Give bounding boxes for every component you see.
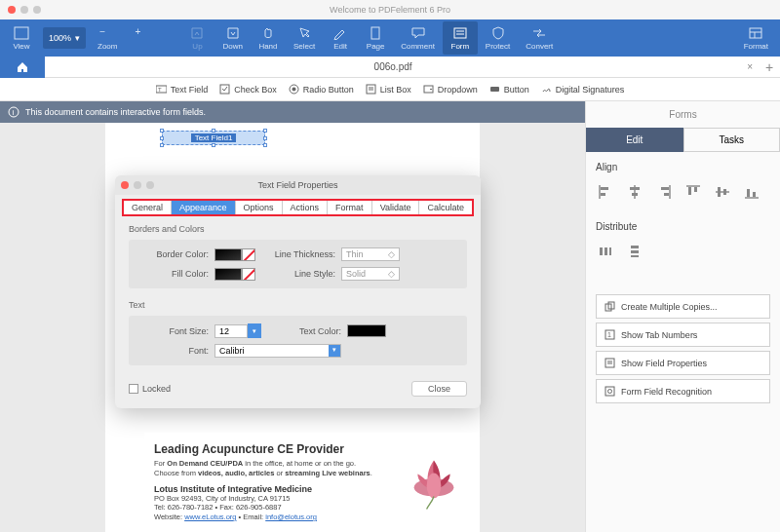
align-section: Align [586,152,780,176]
button-tool[interactable]: Button [489,84,529,95]
align-bottom-icon[interactable] [742,182,761,202]
check-box-tool[interactable]: Check Box [219,84,277,95]
window-close-icon[interactable] [8,6,16,14]
svg-rect-0 [15,27,28,39]
line-style-select[interactable]: Solid◇ [341,267,400,281]
text-field-tool[interactable]: TText Field [156,84,209,95]
svg-text:1: 1 [607,331,611,338]
svg-rect-41 [604,247,607,255]
show-tab-numbers-button[interactable]: 1Show Tab Numbers [596,323,770,347]
tab-calculate[interactable]: Calculate [419,201,472,214]
zoom-out-button[interactable]: −Zoom [90,21,125,55]
svg-rect-35 [718,187,721,197]
line-thickness-select[interactable]: Thin◇ [341,247,400,261]
view-button[interactable]: View [4,21,39,55]
svg-rect-2 [454,28,466,38]
panel-tab-tasks[interactable]: Tasks [683,128,781,152]
tab-validate[interactable]: Validate [372,201,420,214]
convert-button[interactable]: Convert [518,21,561,55]
dialog-close-icon[interactable] [121,181,129,189]
svg-text:i: i [13,108,15,117]
font-select[interactable]: Calibri▾ [214,344,341,358]
locked-label: Locked [142,384,171,394]
font-label: Font: [138,346,214,356]
svg-rect-44 [631,250,639,253]
font-size-input[interactable]: 12 [214,324,248,338]
font-size-stepper[interactable]: ▾ [248,323,261,338]
home-tab[interactable] [0,57,45,78]
svg-rect-53 [605,387,614,396]
edit-button[interactable]: Edit [323,21,358,55]
page-button[interactable]: Page [358,21,393,55]
create-copies-button[interactable]: Create Multiple Copies... [596,294,770,319]
tab-bar: 006o.pdf × + [0,57,780,78]
svg-point-12 [292,88,295,92]
panel-tab-edit[interactable]: Edit [586,128,683,152]
tab-appearance[interactable]: Appearance [172,201,236,214]
align-top-icon[interactable] [683,182,703,202]
properties-dialog: Text Field Properties General Appearance… [115,175,481,408]
title-bar: Welcome to PDFelement 6 Pro [0,0,780,19]
dialog-min-icon [134,181,141,189]
window-zoom-icon[interactable] [33,6,41,14]
text-field-selected[interactable]: Text Field1 [162,131,265,145]
align-left-icon[interactable] [596,182,615,202]
select-button[interactable]: Select [286,21,323,55]
svg-rect-5 [750,28,761,38]
dialog-max-icon [146,181,154,189]
no-fill-color[interactable] [242,268,255,281]
section-borders: Borders and Colors [129,224,467,234]
protect-button[interactable]: Protect [478,21,518,55]
align-right-icon[interactable] [654,182,674,202]
close-button[interactable]: Close [411,381,467,397]
tab-format[interactable]: Format [328,201,372,214]
text-color-label: Text Color: [271,326,347,336]
distribute-v-icon[interactable] [625,242,644,261]
svg-text:T: T [158,87,162,93]
tab-general[interactable]: General [124,201,172,214]
window-minimize-icon[interactable] [20,6,28,14]
zoom-in-button[interactable]: + [125,21,160,55]
new-tab-button[interactable]: + [759,59,780,75]
distribute-h-icon[interactable] [596,242,615,261]
main-toolbar: View 100%▾ −Zoom + Up Down Hand Select E… [0,19,780,57]
website-link[interactable]: www.eLotus.org [184,513,236,521]
svg-rect-29 [661,187,669,190]
card-heading: Leading Acupuncture CE Provider [154,442,398,456]
svg-rect-32 [688,187,691,195]
list-box-tool[interactable]: List Box [366,84,411,95]
close-tab-icon[interactable]: × [741,61,759,72]
svg-rect-33 [694,187,697,192]
svg-rect-17 [490,87,499,92]
section-text: Text [129,300,467,310]
align-center-h-icon[interactable] [625,182,644,202]
text-color-swatch[interactable] [347,324,386,337]
dropdown-tool[interactable]: Dropdown [423,84,478,95]
panel-title: Forms [586,101,780,128]
email-link[interactable]: info@elotus.org [265,513,317,521]
locked-checkbox[interactable] [129,384,138,394]
border-color-swatch[interactable] [214,248,242,261]
tab-options[interactable]: Options [236,201,283,214]
zoom-control[interactable]: 100%▾ [43,27,86,49]
up-button[interactable]: Up [179,21,214,55]
format-button[interactable]: Format [736,21,776,55]
svg-rect-27 [632,193,638,196]
digital-signatures-tool[interactable]: Digital Signatures [541,84,625,95]
align-middle-icon[interactable] [713,182,732,202]
field-recognition-button[interactable]: Form Field Recognition [596,379,770,403]
file-tab[interactable]: 006o.pdf [45,61,741,72]
down-button[interactable]: Down [214,21,250,55]
hand-button[interactable]: Hand [251,21,286,55]
app-title: Welcome to PDFelement 6 Pro [330,5,450,15]
form-button[interactable]: Form [443,21,478,55]
show-properties-button[interactable]: Show Field Properties [596,351,770,375]
radio-button-tool[interactable]: Radio Button [289,84,354,95]
no-border-color[interactable] [242,248,255,261]
comment-button[interactable]: Comment [393,21,443,55]
fill-color-swatch[interactable] [214,268,242,281]
tab-actions[interactable]: Actions [283,201,329,214]
notice-text: This document contains interactive form … [25,107,206,117]
distribute-section: Distribute [586,211,780,236]
svg-rect-1 [371,27,379,39]
